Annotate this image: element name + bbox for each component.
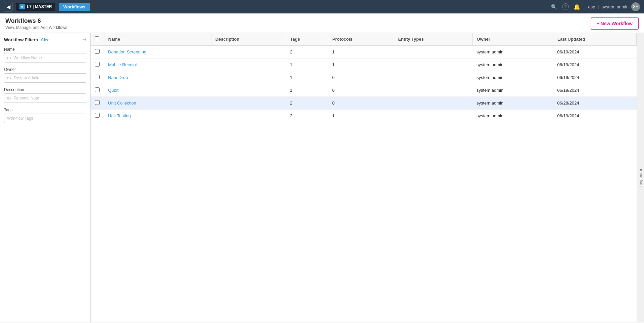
- col-name: Name: [104, 33, 211, 46]
- inspector-label: Inspector: [639, 168, 643, 187]
- tags-filter-group: Tags: [4, 108, 86, 123]
- table-row: Donation Screening 2 1 system admin 06/1…: [91, 46, 637, 58]
- nav-user-label: system admin: [602, 4, 629, 9]
- description-filter-label: Description: [4, 87, 86, 92]
- row-description-cell: [211, 110, 286, 122]
- col-entity-types: Entity Types: [394, 33, 473, 46]
- row-owner-cell: system admin: [473, 58, 553, 71]
- owner-filter-group: Owner: [4, 67, 86, 83]
- row-description-cell: [211, 97, 286, 110]
- row-owner-cell: system admin: [473, 84, 553, 97]
- sidebar-header-title-group: Workflow Filters Clear: [4, 37, 51, 42]
- table-row: Mobile Receipt 1 1 system admin 06/19/20…: [91, 58, 637, 71]
- row-checkbox[interactable]: [95, 75, 100, 79]
- col-protocols: Protocols: [328, 33, 394, 46]
- content-area: Name Description Tags Protocols Entity T…: [91, 33, 637, 322]
- name-filter-label: Name: [4, 47, 86, 52]
- row-checkbox[interactable]: [95, 62, 100, 67]
- row-description-cell: [211, 58, 286, 71]
- row-name-cell: Unit Collection: [104, 97, 211, 110]
- row-tags-cell: 1: [286, 71, 328, 84]
- top-nav: ◀ ■ L7 | MASTER Workflows 🔍 ? 🔔 | esp | …: [0, 0, 644, 13]
- row-description-cell: [211, 71, 286, 84]
- collapse-sidebar-button[interactable]: ⊣: [82, 37, 86, 42]
- row-checkbox[interactable]: [95, 100, 100, 105]
- row-protocols-cell: 0: [328, 84, 394, 97]
- app-icon: ■: [19, 4, 25, 9]
- workflows-table: Name Description Tags Protocols Entity T…: [91, 33, 637, 122]
- row-protocols-cell: 0: [328, 71, 394, 84]
- table-header: Name Description Tags Protocols Entity T…: [91, 33, 637, 46]
- select-all-checkbox[interactable]: [95, 36, 99, 41]
- avatar[interactable]: SA: [631, 2, 640, 11]
- clear-filters-button[interactable]: Clear: [41, 38, 51, 42]
- back-button[interactable]: ◀: [4, 2, 13, 12]
- table-body: Donation Screening 2 1 system admin 06/1…: [91, 46, 637, 122]
- workflow-link[interactable]: Unit Collection: [108, 100, 136, 106]
- row-owner-cell: system admin: [473, 110, 553, 122]
- row-checkbox[interactable]: [95, 49, 100, 54]
- module-button[interactable]: Workflows: [59, 3, 90, 11]
- workflow-link[interactable]: Mobile Receipt: [108, 62, 137, 67]
- row-tags-cell: 2: [286, 97, 328, 110]
- row-name-cell: Mobile Receipt: [104, 58, 211, 71]
- app-label: L7 | MASTER: [27, 4, 52, 9]
- page-title: Workflows 6: [5, 17, 67, 25]
- row-last-updated-cell: 06/19/2024: [553, 71, 637, 84]
- table-row: Unit Testing 2 1 system admin 06/19/2024: [91, 110, 637, 122]
- tags-filter-input[interactable]: [4, 114, 86, 123]
- new-workflow-button[interactable]: + New Workflow: [591, 17, 639, 30]
- table-wrapper: Name Description Tags Protocols Entity T…: [91, 33, 637, 322]
- nav-separator: |: [584, 4, 585, 9]
- owner-filter-input[interactable]: [4, 73, 86, 83]
- inspector-tab[interactable]: Inspector: [637, 33, 644, 322]
- row-entity-types-cell: [394, 110, 473, 122]
- row-owner-cell: system admin: [473, 71, 553, 84]
- name-filter-group: Name: [4, 47, 86, 63]
- row-tags-cell: 2: [286, 110, 328, 122]
- sidebar: Workflow Filters Clear ⊣ Name Owner Desc…: [0, 33, 91, 322]
- description-filter-group: Description: [4, 87, 86, 103]
- nav-lang: esp: [588, 4, 595, 9]
- page-subtitle: View, Manage, and Add Workflows: [5, 25, 67, 30]
- main-layout: Workflow Filters Clear ⊣ Name Owner Desc…: [0, 33, 644, 322]
- page-header: Workflows 6 View, Manage, and Add Workfl…: [0, 13, 644, 33]
- workflow-link[interactable]: Qubit: [108, 88, 118, 93]
- row-entity-types-cell: [394, 46, 473, 58]
- row-select-cell: [91, 58, 104, 71]
- description-filter-input[interactable]: [4, 93, 86, 103]
- row-protocols-cell: 1: [328, 46, 394, 58]
- select-all-header: [91, 33, 104, 46]
- row-last-updated-cell: 06/19/2024: [553, 58, 637, 71]
- owner-filter-label: Owner: [4, 67, 86, 72]
- workflow-link[interactable]: Donation Screening: [108, 49, 146, 54]
- workflow-link[interactable]: Unit Testing: [108, 113, 131, 118]
- table-row: NanoDrop 1 0 system admin 06/19/2024: [91, 71, 637, 84]
- row-tags-cell: 1: [286, 58, 328, 71]
- name-filter-input[interactable]: [4, 53, 86, 63]
- row-owner-cell: system admin: [473, 97, 553, 110]
- row-entity-types-cell: [394, 71, 473, 84]
- workflow-link[interactable]: NanoDrop: [108, 75, 128, 80]
- row-protocols-cell: 1: [328, 58, 394, 71]
- col-tags: Tags: [286, 33, 328, 46]
- row-tags-cell: 1: [286, 84, 328, 97]
- row-select-cell: [91, 46, 104, 58]
- row-entity-types-cell: [394, 84, 473, 97]
- row-owner-cell: system admin: [473, 46, 553, 58]
- row-checkbox[interactable]: [95, 113, 100, 118]
- bell-icon[interactable]: 🔔: [574, 4, 580, 10]
- row-entity-types-cell: [394, 97, 473, 110]
- search-icon[interactable]: 🔍: [551, 4, 557, 10]
- row-last-updated-cell: 06/19/2024: [553, 46, 637, 58]
- row-checkbox[interactable]: [95, 87, 100, 92]
- page-title-block: Workflows 6 View, Manage, and Add Workfl…: [5, 17, 67, 30]
- row-last-updated-cell: 06/19/2024: [553, 84, 637, 97]
- row-description-cell: [211, 46, 286, 58]
- row-protocols-cell: 0: [328, 97, 394, 110]
- row-select-cell: [91, 97, 104, 110]
- help-icon[interactable]: ?: [562, 3, 569, 10]
- nav-icons: 🔍 ? 🔔: [551, 3, 580, 10]
- col-owner: Owner: [473, 33, 553, 46]
- sidebar-header: Workflow Filters Clear ⊣: [4, 37, 86, 42]
